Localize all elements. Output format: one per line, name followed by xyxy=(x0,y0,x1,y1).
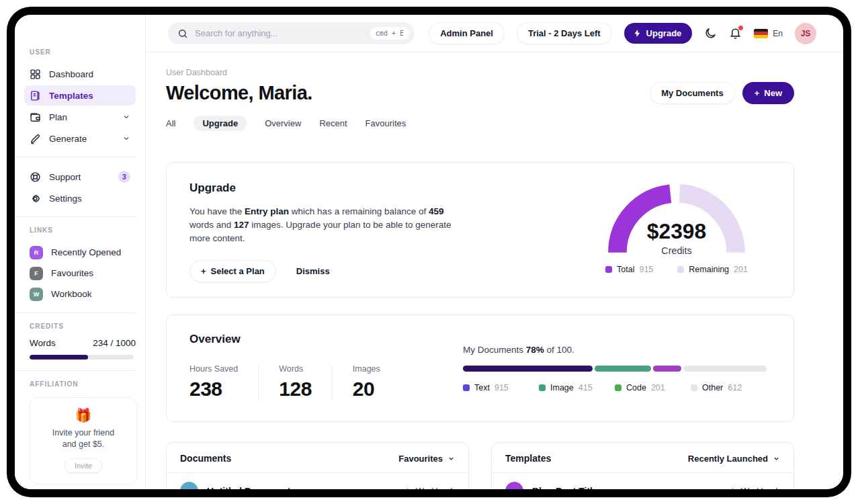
legend-label: Image xyxy=(550,383,574,392)
stat-words: Words 128 xyxy=(279,364,333,401)
sidebar-item-label: Generate xyxy=(49,134,87,144)
main-content: User Dashboard Welcome, Maria. My Docume… xyxy=(146,52,843,489)
documents-progress-block: My Documents 78% of 100. Text 915 xyxy=(463,345,767,421)
sidebar-item-label: Plan xyxy=(49,112,67,122)
chevron-down-icon xyxy=(122,113,130,121)
legend-value: 915 xyxy=(495,383,509,392)
template-avatar xyxy=(505,482,523,489)
filter-label: Recently Launched xyxy=(688,454,768,464)
sidebar-divider xyxy=(15,312,136,313)
user-avatar[interactable]: JS xyxy=(795,23,816,44)
sidebar-link-workbook[interactable]: W Workbook xyxy=(30,284,136,304)
upgrade-button-label: Upgrade xyxy=(646,28,682,38)
credits-value: 234 / 1000 xyxy=(93,338,136,348)
upgrade-button[interactable]: Upgrade xyxy=(624,23,693,44)
legend-value: 415 xyxy=(578,383,593,392)
sidebar-item-label: Dashboard xyxy=(49,69,93,79)
document-row[interactable]: Untitled Document in Workbook xyxy=(167,473,468,489)
stat-label: Hours Saved xyxy=(189,364,238,374)
language-selector[interactable]: En xyxy=(754,29,783,38)
legend-swatch xyxy=(615,384,621,391)
bar-segment-code xyxy=(653,366,681,372)
tab-overview[interactable]: Overview xyxy=(265,116,301,131)
caption-text: of 100. xyxy=(544,345,574,355)
template-icon xyxy=(30,90,41,101)
select-plan-label: Select a Plan xyxy=(211,266,265,276)
sidebar-item-label: Support xyxy=(49,172,81,182)
device-frame: USER Dashboard Templates Plan Generate S… xyxy=(7,7,851,497)
gift-icon: 🎁 xyxy=(37,407,130,423)
trial-status-badge[interactable]: Trial - 2 Days Left xyxy=(517,22,612,44)
sidebar-item-dashboard[interactable]: Dashboard xyxy=(24,64,136,84)
templates-filter-dropdown[interactable]: Recently Launched xyxy=(688,454,780,464)
breadcrumb: User Dashboard xyxy=(166,68,794,77)
notifications-button[interactable] xyxy=(729,27,742,40)
link-label: Workbook xyxy=(51,289,92,299)
document-location: in Workbook xyxy=(406,486,455,489)
new-button[interactable]: + New xyxy=(742,82,794,104)
legend-swatch xyxy=(463,384,470,391)
legend-text: Text 915 xyxy=(463,383,539,392)
gauge-legend: Total 915 Remaining 201 xyxy=(592,265,761,274)
sidebar-item-plan[interactable]: Plan xyxy=(24,107,136,127)
overview-left: Overview Hours Saved 238 Words 128 Image… xyxy=(189,333,421,421)
templates-card-title: Templates xyxy=(505,453,551,464)
tab-recent[interactable]: Recent xyxy=(319,116,347,131)
document-title: Untitled Document xyxy=(207,486,290,490)
search-bar[interactable]: cmd + E xyxy=(168,22,415,44)
affiliation-text-line2: and get $5. xyxy=(62,439,105,449)
sidebar-item-generate[interactable]: Generate xyxy=(24,128,136,149)
new-button-label: New xyxy=(764,88,782,98)
legend-label: Other xyxy=(702,383,723,392)
gear-icon xyxy=(30,193,41,204)
sidebar-item-support[interactable]: Support 3 xyxy=(24,167,136,187)
dismiss-button[interactable]: Dismiss xyxy=(296,266,330,276)
upgrade-card-body: You have the Entry plan which has a rema… xyxy=(189,205,464,245)
credits-progress-fill xyxy=(30,355,88,360)
search-input[interactable] xyxy=(195,28,363,38)
documents-progress-caption: My Documents 78% of 100. xyxy=(463,345,767,355)
sidebar-item-templates[interactable]: Templates xyxy=(24,85,136,106)
words-remaining: 459 xyxy=(429,206,444,216)
body-text: words and xyxy=(189,220,234,230)
invite-button[interactable]: Invite xyxy=(65,458,102,473)
tab-upgrade[interactable]: Upgrade xyxy=(194,116,247,131)
sidebar-section-links: LINKS xyxy=(30,226,136,234)
affiliation-text-line1: Invite your friend xyxy=(52,428,114,437)
caption-text: My Documents xyxy=(463,345,526,355)
sidebar-section-affiliation: AFFILIATION xyxy=(30,380,136,388)
legend-value: 612 xyxy=(728,383,742,392)
sidebar-item-settings[interactable]: Settings xyxy=(24,188,136,208)
dark-mode-toggle[interactable] xyxy=(704,27,717,40)
admin-panel-button[interactable]: Admin Panel xyxy=(429,22,505,44)
tab-favourites[interactable]: Favourites xyxy=(366,116,406,131)
documents-filter-dropdown[interactable]: Favourites xyxy=(398,454,455,464)
language-code: En xyxy=(773,29,783,38)
stat-value: 128 xyxy=(279,378,312,401)
sidebar-link-recently-opened[interactable]: R Recently Opened xyxy=(30,242,136,263)
gauge-value: $2398 xyxy=(647,219,706,243)
legend-remaining: Remaining 201 xyxy=(677,265,748,274)
search-icon xyxy=(177,28,188,39)
select-plan-button[interactable]: + Select a Plan xyxy=(189,260,276,282)
sidebar-divider xyxy=(15,216,136,217)
overview-card: Overview Hours Saved 238 Words 128 Image… xyxy=(166,314,794,422)
templates-card-header: Templates Recently Launched xyxy=(492,443,793,473)
plan-name: Entry plan xyxy=(245,206,289,216)
sidebar-section-credits: CREDITS xyxy=(30,323,136,330)
documents-card-header: Documents Favourites xyxy=(167,443,468,473)
stat-value: 238 xyxy=(189,378,238,401)
template-row[interactable]: Blog Post Title in Workbook xyxy=(492,473,793,489)
bar-segment-text xyxy=(463,366,593,372)
bar-segment-other xyxy=(683,366,767,372)
sidebar-link-favourites[interactable]: F Favourites xyxy=(30,263,136,284)
documents-stacked-bar xyxy=(463,366,767,372)
template-title: Blog Post Title xyxy=(532,486,598,490)
tab-all[interactable]: All xyxy=(166,116,175,131)
filter-label: Favourites xyxy=(398,454,443,464)
body-text: which has a remaining balance of xyxy=(289,206,429,216)
document-avatar xyxy=(180,482,198,489)
my-documents-button[interactable]: My Documents xyxy=(650,82,734,104)
topbar-actions: Admin Panel Trial - 2 Days Left Upgrade xyxy=(429,22,816,44)
credits-label: Words xyxy=(30,338,56,348)
